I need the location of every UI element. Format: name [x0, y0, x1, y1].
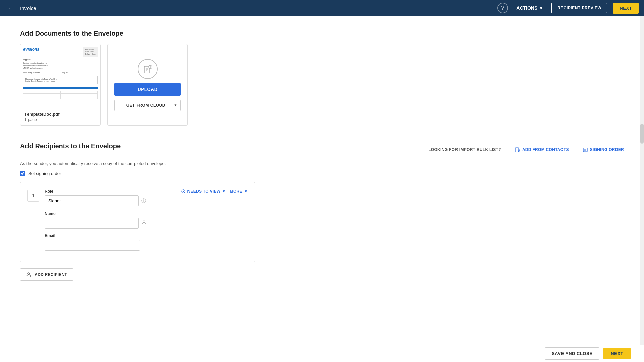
documents-row: evisions PO Number:Issue Date:Delivery D… [20, 44, 624, 126]
recipient-actions: NEEDS TO VIEW ▼ MORE ▼ [181, 189, 248, 194]
doc-info: TemplateDoc.pdf 1 page [24, 112, 60, 122]
svg-point-19 [183, 191, 184, 192]
upload-icon [138, 59, 158, 79]
recipient-row: 1 Role ⓘ Name [20, 182, 255, 262]
recipients-top-row: Add Recipients to the Envelope LOOKING F… [20, 142, 624, 157]
role-info-icon[interactable]: ⓘ [141, 198, 146, 204]
help-button[interactable]: ? [497, 3, 508, 13]
nav-right: ? ACTIONS ▼ RECIPIENT PREVIEW NEXT [497, 3, 639, 14]
needs-to-view-label: NEEDS TO VIEW [187, 189, 220, 194]
role-input-row: ⓘ [45, 195, 248, 206]
name-field-group: Name [45, 211, 248, 229]
save-and-close-button[interactable]: SAVE AND CLOSE [545, 347, 599, 360]
needs-to-view-arrow: ▼ [222, 189, 226, 194]
documents-heading: Add Documents to the Envelope [20, 29, 624, 37]
nav-left: ← Invoice [5, 3, 36, 13]
signing-order-label[interactable]: Set signing order [28, 171, 61, 176]
scrollbar-thumb[interactable] [640, 124, 644, 144]
recipient-number: 1 [27, 190, 39, 202]
actions-button[interactable]: ACTIONS ▼ [514, 3, 546, 13]
divider-2 [576, 147, 576, 153]
recipients-heading: Add Recipients to the Envelope [20, 142, 121, 150]
svg-rect-7 [515, 148, 519, 152]
billing-row: Send Billing Invoice to: Ship to: [23, 72, 98, 74]
more-arrow: ▼ [244, 189, 248, 194]
invoice-thumbnail: evisions PO Number:Issue Date:Delivery D… [23, 47, 98, 105]
doc-pages: 1 page [24, 117, 60, 122]
name-contacts-icon[interactable] [141, 220, 147, 226]
scrollbar-track [640, 16, 644, 345]
signing-order-checkbox[interactable] [20, 171, 25, 176]
doc-name: TemplateDoc.pdf [24, 112, 60, 117]
name-input-row [45, 218, 248, 229]
top-navigation: ← Invoice ? ACTIONS ▼ RECIPIENT PREVIEW … [0, 0, 644, 16]
add-contacts-label: ADD FROM CONTACTS [522, 147, 569, 152]
nav-title: Invoice [20, 5, 36, 11]
supplier-label: Supplier: [23, 59, 98, 61]
recipients-actions: LOOKING FOR IMPORT BULK LIST? ADD FROM C… [428, 147, 624, 153]
recipient-preview-button[interactable]: RECIPIENT PREVIEW [551, 3, 607, 13]
add-recipient-button[interactable]: ADD RECIPIENT [20, 268, 73, 281]
logo-text: evisions [23, 47, 39, 52]
get-from-cloud-label: GET FROM CLOUD [118, 103, 174, 108]
main-content: Add Documents to the Envelope evisions P… [0, 16, 644, 362]
upload-card: UPLOAD GET FROM CLOUD ▼ [107, 44, 188, 126]
svg-point-17 [143, 221, 145, 223]
signing-order-button[interactable]: SIGNING ORDER [583, 147, 624, 153]
svg-point-20 [28, 273, 30, 275]
recipient-fields: Role ⓘ Name [45, 189, 248, 255]
add-from-contacts-button[interactable]: ADD FROM CONTACTS [515, 147, 569, 153]
document-card: evisions PO Number:Issue Date:Delivery D… [20, 44, 101, 126]
needs-to-view-button[interactable]: NEEDS TO VIEW ▼ [181, 189, 226, 194]
documents-section: Add Documents to the Envelope evisions P… [20, 29, 624, 126]
recipients-subtitle: As the sender, you automatically receive… [20, 161, 624, 166]
email-input[interactable] [45, 240, 140, 251]
blue-bar [23, 87, 98, 89]
bulk-list-link[interactable]: LOOKING FOR IMPORT BULK LIST? [428, 147, 501, 152]
bottom-bar: SAVE AND CLOSE NEXT [0, 345, 644, 362]
email-field-group: Email [45, 233, 248, 251]
signing-order-row: Set signing order [20, 171, 624, 176]
svg-rect-13 [583, 148, 587, 152]
divider-1 [508, 147, 508, 153]
tax-note: Please number and note Federal Tax ID or… [23, 76, 98, 84]
invoice-table [23, 90, 98, 99]
name-input[interactable] [45, 218, 139, 229]
back-button[interactable]: ← [5, 3, 17, 13]
upload-button[interactable]: UPLOAD [114, 83, 181, 96]
more-label: MORE [230, 189, 243, 194]
bottom-next-button[interactable]: NEXT [603, 348, 631, 359]
signing-order-label: SIGNING ORDER [590, 147, 624, 152]
role-input[interactable] [45, 195, 139, 206]
po-block: PO Number:Issue Date:Delivery Date: [83, 47, 98, 57]
email-label: Email [45, 233, 248, 238]
more-button[interactable]: MORE ▼ [230, 189, 248, 194]
address-text: Content engaging department toconfirm se… [23, 62, 98, 70]
nav-next-button[interactable]: NEXT [613, 3, 639, 14]
recipients-section: Add Recipients to the Envelope LOOKING F… [20, 142, 624, 281]
get-from-cloud-button[interactable]: GET FROM CLOUD ▼ [114, 100, 181, 111]
document-preview: evisions PO Number:Issue Date:Delivery D… [20, 44, 100, 108]
doc-menu-button[interactable]: ⋮ [88, 112, 96, 122]
cloud-dropdown-arrow: ▼ [174, 103, 177, 107]
document-footer: TemplateDoc.pdf 1 page ⋮ [20, 108, 100, 125]
add-recipient-label: ADD RECIPIENT [35, 272, 67, 277]
name-label: Name [45, 211, 248, 216]
